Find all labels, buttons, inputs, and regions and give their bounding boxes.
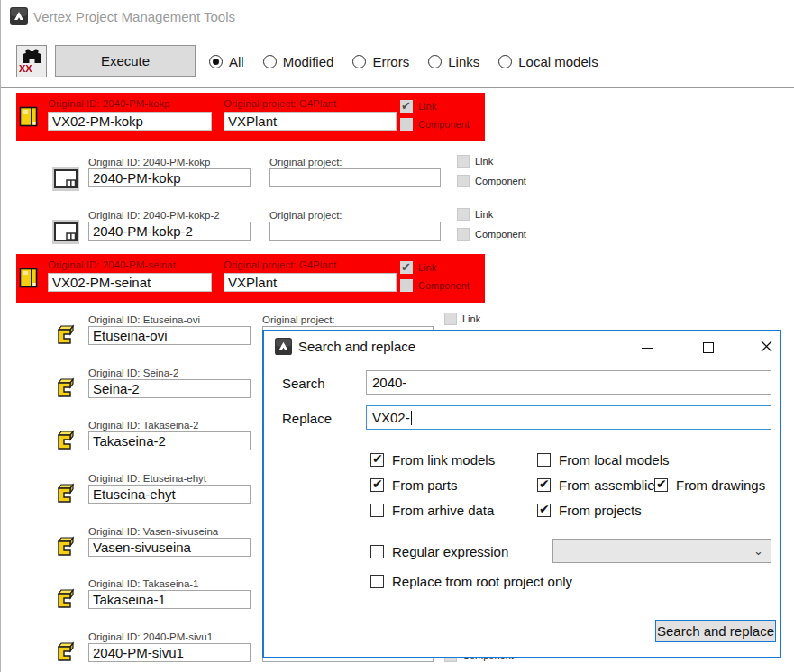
part-icon xyxy=(56,481,75,508)
radio-modified[interactable]: Modified xyxy=(263,54,334,69)
from-link-models-checkbox[interactable] xyxy=(370,453,384,467)
radio-icon[interactable] xyxy=(209,55,223,68)
replace-input[interactable]: VX02- xyxy=(366,405,771,430)
from-arhive-data-option[interactable]: From arhive data xyxy=(370,503,494,518)
radio-icon[interactable] xyxy=(263,55,277,68)
search-label: Search xyxy=(282,376,325,391)
part-icon xyxy=(56,586,75,613)
list-item: Original ID: 2040-PM-seinat Original pro… xyxy=(16,254,485,303)
list-item: Original ID: 2040-PM-kokp-2 Original pro… xyxy=(1,210,794,260)
toolbar-separator xyxy=(1,87,794,88)
original-project-label: Original project: G4Plant xyxy=(224,259,336,270)
from-local-models-checkbox[interactable] xyxy=(537,453,551,467)
minimize-icon xyxy=(642,348,653,349)
link-checkbox[interactable] xyxy=(400,100,413,113)
from-assemblies-checkbox[interactable] xyxy=(537,478,551,492)
from-drawings-option[interactable]: From drawings xyxy=(654,477,765,493)
original-id-input[interactable] xyxy=(88,590,251,609)
regex-preset-dropdown[interactable]: ⌄ xyxy=(552,539,771,563)
search-replace-tool-button[interactable]: XX xyxy=(16,45,47,77)
component-checkbox[interactable] xyxy=(400,279,413,292)
original-id-input[interactable] xyxy=(88,643,251,662)
link-checkbox[interactable] xyxy=(444,313,457,325)
list-item: Original ID: 2040-PM-kokp Original proje… xyxy=(16,93,485,141)
from-assemblies-option[interactable]: From assemblies xyxy=(537,477,662,493)
radio-local-models[interactable]: Local models xyxy=(498,54,598,69)
original-id-input[interactable] xyxy=(48,112,212,131)
link-model-icon xyxy=(19,266,39,294)
original-project-input[interactable] xyxy=(269,222,441,241)
vertex-logo-icon xyxy=(10,7,28,25)
vertex-logo-icon xyxy=(275,338,292,355)
part-icon xyxy=(56,534,75,561)
window-title: Vertex Project Management Tools xyxy=(33,9,235,24)
original-id-label: Original ID: 2040-PM-kokp-2 xyxy=(88,210,220,221)
original-project-input[interactable] xyxy=(224,273,397,292)
close-button[interactable] xyxy=(756,339,776,357)
filter-radio-group: All Modified Errors Links Local models xyxy=(209,52,598,70)
regular-expression-option[interactable]: Regular expression xyxy=(370,544,508,559)
radio-all[interactable]: All xyxy=(209,54,244,69)
radio-errors[interactable]: Errors xyxy=(352,54,409,69)
original-id-label: Original ID: 2040-PM-seinat xyxy=(48,259,176,270)
original-id-input[interactable] xyxy=(88,222,251,241)
original-id-input[interactable] xyxy=(88,485,251,504)
part-icon xyxy=(56,640,75,667)
original-project-input[interactable] xyxy=(269,168,441,187)
maximize-button[interactable] xyxy=(698,339,718,357)
radio-links[interactable]: Links xyxy=(428,54,479,69)
original-id-input[interactable] xyxy=(88,168,251,187)
from-parts-checkbox[interactable] xyxy=(370,478,384,492)
original-id-input[interactable] xyxy=(48,273,212,292)
from-link-models-option[interactable]: From link models xyxy=(370,452,495,468)
link-checkbox[interactable] xyxy=(457,208,470,221)
minimize-button[interactable] xyxy=(637,339,657,357)
from-parts-option[interactable]: From parts xyxy=(370,477,458,493)
execute-button[interactable]: Execute xyxy=(55,45,196,77)
text-caret xyxy=(411,411,412,425)
from-drawings-checkbox[interactable] xyxy=(654,478,668,492)
original-id-input[interactable] xyxy=(88,538,251,557)
svg-text:XX: XX xyxy=(19,63,32,73)
search-and-replace-button[interactable]: Search and replace xyxy=(655,620,776,642)
maximize-icon xyxy=(703,342,714,353)
search-input[interactable]: 2040- xyxy=(366,370,771,395)
radio-icon[interactable] xyxy=(428,55,442,68)
regular-expression-checkbox[interactable] xyxy=(370,545,384,558)
search-and-replace-dialog: Search and replace Search 2040- Replace … xyxy=(262,330,781,658)
replace-root-only-option[interactable]: Replace from root project only xyxy=(370,574,572,589)
link-model-icon xyxy=(19,104,39,132)
close-icon xyxy=(761,340,772,356)
vertex-project-management-window: Vertex Project Management Tools XX Execu… xyxy=(0,0,794,672)
original-project-label: Original project: xyxy=(262,314,335,325)
original-id-label: Original ID: Etuseina-ehyt xyxy=(88,473,206,484)
replace-label: Replace xyxy=(282,411,332,426)
original-id-input[interactable] xyxy=(88,326,251,345)
original-project-label: Original project: xyxy=(269,210,342,221)
list-item: Original ID: 2040-PM-kokp Original proje… xyxy=(1,157,794,207)
original-id-label: Original ID: Etuseina-ovi xyxy=(88,314,200,325)
original-id-label: Original ID: 2040-PM-sivu1 xyxy=(88,631,213,642)
original-project-label: Original project: G4Plant xyxy=(224,98,336,109)
original-id-label: Original ID: Vasen-sivuseina xyxy=(88,526,218,537)
part-icon xyxy=(56,322,75,350)
from-arhive-data-checkbox[interactable] xyxy=(370,504,384,517)
component-checkbox[interactable] xyxy=(400,118,413,131)
replace-root-only-checkbox[interactable] xyxy=(370,575,384,588)
from-projects-checkbox[interactable] xyxy=(537,504,551,517)
component-checkbox[interactable] xyxy=(457,175,470,187)
original-id-input[interactable] xyxy=(88,379,251,398)
original-id-label: Original ID: 2040-PM-kokp xyxy=(48,98,170,109)
original-project-input[interactable] xyxy=(224,112,397,131)
from-projects-option[interactable]: From projects xyxy=(537,503,642,518)
link-checkbox[interactable] xyxy=(457,155,470,168)
radio-icon[interactable] xyxy=(498,55,512,68)
from-local-models-option[interactable]: From local models xyxy=(537,452,670,468)
original-id-label: Original ID: Takaseina-1 xyxy=(88,578,199,589)
radio-icon[interactable] xyxy=(352,55,366,68)
component-checkbox[interactable] xyxy=(457,228,470,241)
original-id-input[interactable] xyxy=(88,431,251,450)
link-checkbox[interactable] xyxy=(400,261,413,274)
part-icon xyxy=(56,428,75,455)
original-id-label: Original ID: 2040-PM-kokp xyxy=(88,157,211,168)
